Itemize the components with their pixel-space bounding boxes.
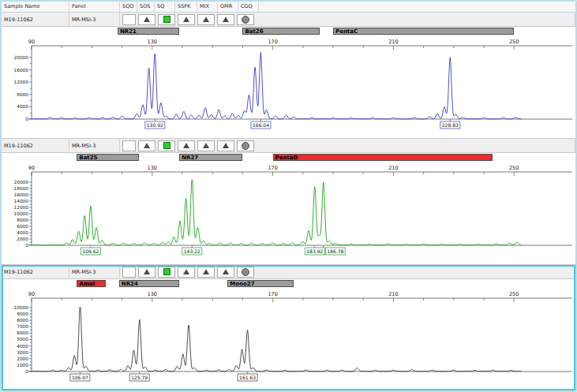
svg-text:130: 130 [148,39,157,45]
cgq-flag-cell[interactable] [237,267,254,278]
sample-row[interactable]: M19-11062 MR-MSI-3 [2,265,575,279]
sos-triangle-icon [144,17,150,22]
sspk-triangle-icon [183,143,189,148]
svg-text:20000: 20000 [14,55,29,60]
svg-text:4000: 4000 [17,344,28,349]
omr-flag-cell[interactable] [217,267,234,278]
svg-text:8000: 8000 [17,92,28,97]
sq-flag-cell[interactable] [158,14,175,25]
svg-text:1000: 1000 [17,363,28,368]
sos-flag-cell[interactable] [138,267,155,278]
peak-label[interactable]: 161.63 [238,371,257,381]
svg-text:4000: 4000 [17,230,28,235]
omr-flag-cell[interactable] [217,14,234,25]
svg-text:170: 170 [268,165,277,171]
sq-green-square-icon [163,16,170,23]
marker-bar-NR27[interactable]: NR27 [179,154,242,161]
peak-label[interactable]: 130.92 [145,119,165,129]
svg-text:250: 250 [509,39,519,45]
omr-flag-cell[interactable] [217,140,234,151]
trace-plot[interactable]: 9013017021025001000200030004000500060007… [2,288,575,390]
sspk-triangle-icon [183,17,189,22]
svg-text:8000: 8000 [17,218,28,222]
peak-label[interactable]: 106.07 [70,371,90,381]
trace-plot[interactable]: 9013017021025002000400060008000100001200… [2,162,575,264]
marker-bar-Mono27[interactable]: Mono27 [227,280,294,287]
header-filler [259,2,575,12]
trace-plot[interactable]: 9013017021025004000800012000160002000013… [2,35,575,138]
svg-text:166.04: 166.04 [253,122,269,128]
sample-name-cell: M19-11062 [2,13,69,26]
marker-bar-NR21[interactable]: NR21 [118,28,179,35]
svg-text:20000: 20000 [14,180,29,185]
peak-label[interactable]: 143.22 [182,245,202,255]
peak-label[interactable]: 125.79 [129,371,149,381]
svg-text:161.63: 161.63 [239,375,256,380]
sample-section-2: M19-11062 MR-MSI-3 Bat25NR27PentaD 90130… [2,139,575,265]
column-sos: SOS [137,2,155,12]
svg-text:18000: 18000 [14,186,29,191]
svg-text:90: 90 [28,39,35,45]
sample-section-3-selected: M19-11062 MR-MSI-3 AmelNR24Mono27 901301… [2,265,575,391]
electropherogram-black[interactable]: AmelNR24Mono27 9013017021025001000200030… [2,279,575,390]
svg-text:2000: 2000 [17,237,28,241]
svg-text:14000: 14000 [14,199,29,203]
svg-text:90: 90 [28,291,35,297]
svg-text:109.62: 109.62 [82,248,99,254]
svg-text:0: 0 [25,369,28,374]
marker-bar-NR24[interactable]: NR24 [119,280,179,287]
sqo-flag-cell[interactable] [122,267,136,278]
peak-label[interactable]: 166.04 [251,119,271,129]
sample-row[interactable]: M19-11062 MR-MSI-3 [2,139,575,153]
cgq-flag-cell[interactable] [237,140,254,151]
sspk-flag-cell[interactable] [178,140,195,151]
sq-flag-cell[interactable] [158,267,175,278]
sspk-flag-cell[interactable] [178,14,195,25]
electropherogram-blue[interactable]: NR21Bat26PentaC 901301702102500400080001… [2,27,575,138]
cgq-flag-cell[interactable] [237,14,254,25]
marker-bar-Bat26[interactable]: Bat26 [242,28,319,35]
electropherogram-green[interactable]: Bat25NR27PentaD 901301702102500200040006… [2,153,575,264]
mix-flag-cell[interactable] [197,14,215,25]
peak-label[interactable]: 186.78 [324,245,346,255]
sqo-flag-cell[interactable] [122,140,136,151]
sspk-triangle-icon [183,269,189,274]
panel-cell: MR-MSI-3 [69,139,120,152]
mix-flag-cell[interactable] [197,140,215,151]
sq-flag-cell[interactable] [158,140,175,151]
peak-label[interactable]: 109.62 [81,245,100,255]
svg-text:0: 0 [25,243,28,248]
trace-line [28,52,521,118]
svg-text:170: 170 [268,291,277,297]
marker-bar-PentaD[interactable]: PentaD [273,154,493,161]
peak-label[interactable]: 228.83 [440,119,460,129]
omr-triangle-icon [223,17,229,22]
svg-text:170: 170 [268,39,277,45]
marker-bar-PentaC[interactable]: PentaC [333,28,514,35]
svg-text:12000: 12000 [14,80,29,84]
sample-section-1: M19-11062 MR-MSI-3 NR21Bat26PentaC 90130… [2,13,575,139]
cgq-circle-icon [242,268,249,276]
table-header: Sample Name Panel SQO SOS SQ SSPK MIX OM… [2,2,575,13]
sspk-flag-cell[interactable] [178,267,195,278]
sos-flag-cell[interactable] [138,140,155,151]
svg-text:228.83: 228.83 [442,122,459,128]
column-mix: MIX [197,2,218,12]
marker-bar-Amel[interactable]: Amel [77,280,105,287]
svg-text:130: 130 [148,291,157,297]
sos-flag-cell[interactable] [138,14,155,25]
sos-triangle-icon [144,143,150,148]
sample-row[interactable]: M19-11062 MR-MSI-3 [2,13,575,27]
sample-name-cell: M19-11062 [2,265,69,278]
peak-label[interactable]: 183.92 [305,245,324,255]
svg-text:7000: 7000 [17,324,28,329]
quality-flags [120,13,575,26]
marker-bar-Bat25[interactable]: Bat25 [77,154,138,161]
sq-green-square-icon [163,268,170,275]
mix-flag-cell[interactable] [197,267,215,278]
sqo-flag-cell[interactable] [122,14,136,25]
svg-text:8000: 8000 [17,318,28,323]
svg-text:16000: 16000 [14,68,29,73]
svg-text:3000: 3000 [17,350,28,355]
column-omr: OMR [218,2,238,12]
